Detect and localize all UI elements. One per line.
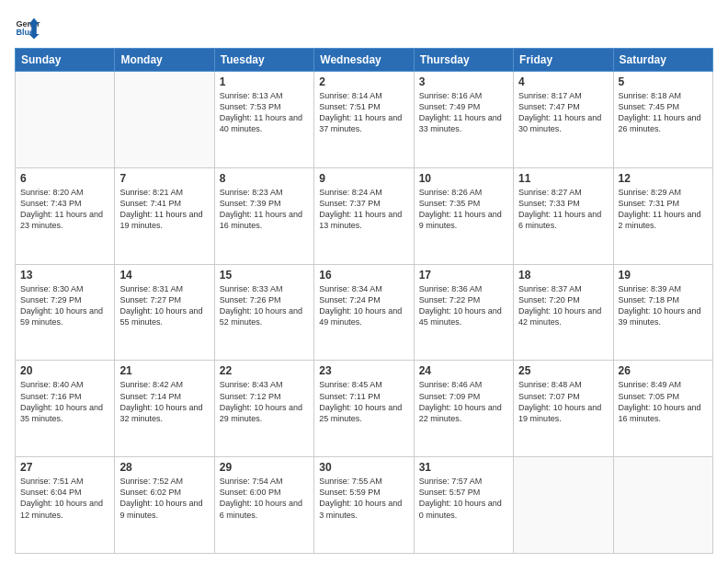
day-info: Sunrise: 8:24 AMSunset: 7:37 PMDaylight:… [319,187,408,232]
calendar-cell: 4Sunrise: 8:17 AMSunset: 7:47 PMDaylight… [514,72,613,168]
day-number: 24 [419,364,508,377]
day-info: Sunrise: 8:37 AMSunset: 7:20 PMDaylight:… [518,283,608,328]
weekday-header: Sunday [16,49,115,72]
day-number: 10 [419,172,508,185]
calendar-cell: 27Sunrise: 7:51 AMSunset: 6:04 PMDayligh… [16,457,115,554]
calendar-cell: 1Sunrise: 8:13 AMSunset: 7:53 PMDaylight… [214,72,313,168]
calendar-cell: 19Sunrise: 8:39 AMSunset: 7:18 PMDayligh… [613,264,712,361]
calendar-page: General Blue SundayMondayTuesdayWednesda… [0,0,728,563]
calendar-cell: 30Sunrise: 7:55 AMSunset: 5:59 PMDayligh… [314,457,414,554]
calendar-cell: 24Sunrise: 8:46 AMSunset: 7:09 PMDayligh… [414,361,513,457]
calendar-cell: 9Sunrise: 8:24 AMSunset: 7:37 PMDaylight… [314,167,414,264]
day-number: 12 [619,172,708,185]
calendar-cell: 31Sunrise: 7:57 AMSunset: 5:57 PMDayligh… [414,457,513,554]
day-number: 21 [119,364,209,377]
logo-icon: General Blue [15,15,40,40]
calendar-week-row: 20Sunrise: 8:40 AMSunset: 7:16 PMDayligh… [16,361,713,457]
weekday-header: Saturday [613,49,712,72]
calendar-cell: 5Sunrise: 8:18 AMSunset: 7:45 PMDaylight… [613,72,712,168]
day-number: 22 [220,364,309,377]
day-info: Sunrise: 8:18 AMSunset: 7:45 PMDaylight:… [619,90,708,135]
calendar-cell: 10Sunrise: 8:26 AMSunset: 7:35 PMDayligh… [414,167,513,264]
calendar-cell [115,72,214,168]
calendar-cell: 6Sunrise: 8:20 AMSunset: 7:43 PMDaylight… [16,167,115,264]
calendar-cell: 15Sunrise: 8:33 AMSunset: 7:26 PMDayligh… [214,264,313,361]
calendar-cell: 25Sunrise: 8:48 AMSunset: 7:07 PMDayligh… [514,361,613,457]
day-number: 8 [220,172,309,185]
day-info: Sunrise: 8:16 AMSunset: 7:49 PMDaylight:… [419,90,508,135]
day-info: Sunrise: 7:57 AMSunset: 5:57 PMDaylight:… [419,476,508,521]
calendar-cell: 13Sunrise: 8:30 AMSunset: 7:29 PMDayligh… [16,264,115,361]
calendar-cell [613,457,712,554]
day-number: 25 [518,364,608,377]
day-number: 19 [619,269,708,282]
day-number: 2 [319,75,408,88]
day-number: 16 [319,269,408,282]
day-info: Sunrise: 8:23 AMSunset: 7:39 PMDaylight:… [220,187,309,232]
day-number: 11 [518,172,608,185]
day-info: Sunrise: 8:36 AMSunset: 7:22 PMDaylight:… [419,283,508,328]
weekday-header-row: SundayMondayTuesdayWednesdayThursdayFrid… [16,49,713,72]
day-info: Sunrise: 8:33 AMSunset: 7:26 PMDaylight:… [220,283,309,328]
day-number: 1 [220,75,309,88]
header: General Blue [15,15,713,40]
day-info: Sunrise: 8:21 AMSunset: 7:41 PMDaylight:… [119,187,209,232]
day-info: Sunrise: 7:55 AMSunset: 5:59 PMDaylight:… [319,476,408,521]
day-number: 27 [20,461,109,474]
calendar-cell: 18Sunrise: 8:37 AMSunset: 7:20 PMDayligh… [514,264,613,361]
calendar-cell: 12Sunrise: 8:29 AMSunset: 7:31 PMDayligh… [613,167,712,264]
weekday-header: Friday [514,49,613,72]
calendar-table: SundayMondayTuesdayWednesdayThursdayFrid… [15,48,713,554]
day-number: 31 [419,461,508,474]
day-number: 23 [319,364,408,377]
calendar-cell: 7Sunrise: 8:21 AMSunset: 7:41 PMDaylight… [115,167,214,264]
calendar-cell: 22Sunrise: 8:43 AMSunset: 7:12 PMDayligh… [214,361,313,457]
day-info: Sunrise: 8:46 AMSunset: 7:09 PMDaylight:… [419,379,508,424]
calendar-week-row: 27Sunrise: 7:51 AMSunset: 6:04 PMDayligh… [16,457,713,554]
day-info: Sunrise: 8:48 AMSunset: 7:07 PMDaylight:… [518,379,608,424]
day-number: 14 [119,269,209,282]
day-number: 6 [20,172,109,185]
day-number: 29 [220,461,309,474]
day-number: 15 [220,269,309,282]
day-info: Sunrise: 8:14 AMSunset: 7:51 PMDaylight:… [319,90,408,135]
day-number: 26 [619,364,708,377]
calendar-cell: 23Sunrise: 8:45 AMSunset: 7:11 PMDayligh… [314,361,414,457]
day-number: 7 [119,172,209,185]
calendar-cell: 2Sunrise: 8:14 AMSunset: 7:51 PMDaylight… [314,72,414,168]
weekday-header: Tuesday [214,49,313,72]
calendar-week-row: 1Sunrise: 8:13 AMSunset: 7:53 PMDaylight… [16,72,713,168]
day-info: Sunrise: 8:42 AMSunset: 7:14 PMDaylight:… [119,379,209,424]
day-number: 30 [319,461,408,474]
day-info: Sunrise: 8:39 AMSunset: 7:18 PMDaylight:… [619,283,708,328]
day-info: Sunrise: 8:45 AMSunset: 7:11 PMDaylight:… [319,379,408,424]
day-number: 4 [518,75,608,88]
calendar-cell: 3Sunrise: 8:16 AMSunset: 7:49 PMDaylight… [414,72,513,168]
weekday-header: Monday [115,49,214,72]
calendar-week-row: 13Sunrise: 8:30 AMSunset: 7:29 PMDayligh… [16,264,713,361]
calendar-cell: 21Sunrise: 8:42 AMSunset: 7:14 PMDayligh… [115,361,214,457]
calendar-cell [16,72,115,168]
day-info: Sunrise: 8:27 AMSunset: 7:33 PMDaylight:… [518,187,608,232]
day-number: 20 [20,364,109,377]
day-number: 5 [619,75,708,88]
day-info: Sunrise: 8:49 AMSunset: 7:05 PMDaylight:… [619,379,708,424]
calendar-cell: 26Sunrise: 8:49 AMSunset: 7:05 PMDayligh… [613,361,712,457]
day-number: 13 [20,269,109,282]
calendar-cell: 29Sunrise: 7:54 AMSunset: 6:00 PMDayligh… [214,457,313,554]
calendar-cell: 11Sunrise: 8:27 AMSunset: 7:33 PMDayligh… [514,167,613,264]
calendar-week-row: 6Sunrise: 8:20 AMSunset: 7:43 PMDaylight… [16,167,713,264]
day-info: Sunrise: 8:26 AMSunset: 7:35 PMDaylight:… [419,187,508,232]
day-number: 3 [419,75,508,88]
day-info: Sunrise: 8:13 AMSunset: 7:53 PMDaylight:… [220,90,309,135]
calendar-cell: 20Sunrise: 8:40 AMSunset: 7:16 PMDayligh… [16,361,115,457]
calendar-cell [514,457,613,554]
calendar-cell: 8Sunrise: 8:23 AMSunset: 7:39 PMDaylight… [214,167,313,264]
day-info: Sunrise: 8:20 AMSunset: 7:43 PMDaylight:… [20,187,109,232]
calendar-cell: 28Sunrise: 7:52 AMSunset: 6:02 PMDayligh… [115,457,214,554]
day-info: Sunrise: 8:40 AMSunset: 7:16 PMDaylight:… [20,379,109,424]
day-info: Sunrise: 7:54 AMSunset: 6:00 PMDaylight:… [220,476,309,521]
day-info: Sunrise: 8:17 AMSunset: 7:47 PMDaylight:… [518,90,608,135]
day-number: 28 [119,461,209,474]
day-info: Sunrise: 8:29 AMSunset: 7:31 PMDaylight:… [619,187,708,232]
